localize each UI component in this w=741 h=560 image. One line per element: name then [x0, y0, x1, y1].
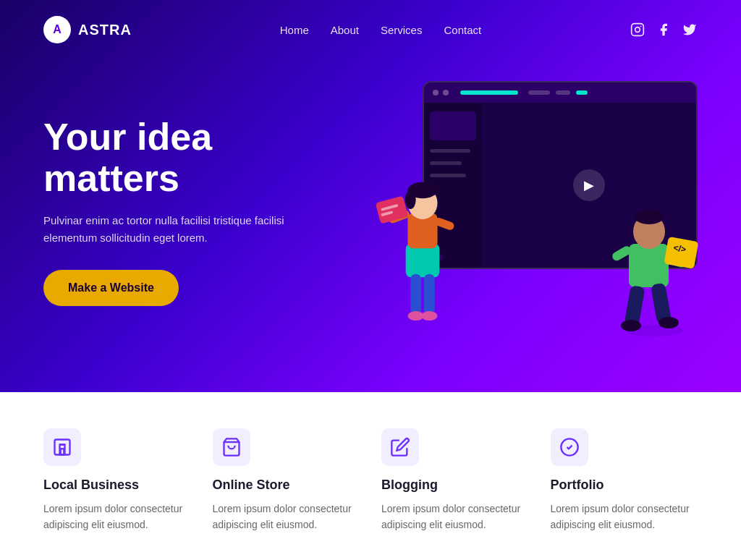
service-icon-edit-wrap — [381, 428, 419, 466]
browser-url-bar — [460, 90, 518, 95]
service-title-portfolio: Portfolio — [551, 478, 698, 493]
service-card-online-store: Online Store Lorem ipsum dolor consectet… — [213, 428, 360, 533]
svg-rect-4 — [406, 244, 440, 278]
character-woman — [365, 139, 480, 341]
nav-link-contact[interactable]: Contact — [444, 24, 481, 36]
browser-line-3 — [576, 90, 588, 95]
browser-nav-lines — [528, 90, 588, 95]
service-title-local-business: Local Business — [43, 478, 191, 493]
services-section: Local Business Lorem ipsum dolor consect… — [0, 392, 741, 560]
service-desc-portfolio: Lorem ipsum dolor consectetur adipiscing… — [551, 501, 698, 533]
social-icons — [630, 22, 698, 38]
svg-rect-11 — [376, 196, 409, 224]
service-title-online-store: Online Store — [213, 478, 360, 493]
hero-left: Your idea matters Pulvinar enim ac torto… — [43, 116, 336, 306]
svg-rect-30 — [55, 440, 70, 455]
instagram-icon[interactable] — [630, 22, 645, 38]
service-card-blogging: Blogging Lorem ipsum dolor consectetur a… — [381, 428, 529, 533]
service-desc-local-business: Lorem ipsum dolor consectetur adipiscing… — [43, 501, 191, 533]
svg-rect-31 — [61, 449, 64, 454]
svg-rect-14 — [410, 274, 421, 315]
service-card-portfolio: Portfolio Lorem ipsum dolor consectetur … — [551, 428, 698, 533]
browser-bar — [424, 82, 696, 103]
service-icon-bag-wrap — [213, 428, 250, 466]
building-icon — [52, 437, 72, 457]
svg-point-21 — [635, 210, 664, 224]
browser-dot-1 — [433, 90, 439, 96]
svg-rect-19 — [629, 244, 669, 287]
service-card-local-business: Local Business Lorem ipsum dolor consect… — [43, 428, 191, 533]
services-grid: Local Business Lorem ipsum dolor consect… — [43, 428, 698, 533]
browser-dot-2 — [443, 90, 449, 96]
twitter-icon[interactable] — [682, 22, 698, 38]
character-man: </> — [604, 175, 705, 341]
service-icon-check-wrap — [551, 428, 588, 466]
nav-link-about[interactable]: About — [331, 24, 359, 36]
service-desc-online-store: Lorem ipsum dolor consectetur adipiscing… — [213, 501, 360, 533]
edit-icon — [390, 437, 410, 457]
check-circle-icon — [559, 437, 580, 457]
svg-point-2 — [640, 26, 642, 27]
nav-links: Home About Services Contact — [280, 24, 481, 36]
hero-section: A ASTRA Home About Services Contact — [0, 0, 741, 392]
hero-title: Your idea matters — [43, 116, 336, 199]
hero-subtitle: Pulvinar enim ac tortor nulla facilisi t… — [43, 212, 289, 247]
facebook-icon[interactable] — [656, 22, 672, 38]
service-title-blogging: Blogging — [381, 478, 529, 493]
hero-content: Your idea matters Pulvinar enim ac torto… — [43, 74, 698, 349]
svg-text:</>: </> — [672, 242, 687, 255]
brand-name: ASTRA — [78, 22, 132, 38]
browser-line-2 — [556, 90, 570, 95]
cta-button[interactable]: Make a Website — [43, 270, 179, 306]
svg-point-1 — [635, 27, 640, 33]
nav-link-services[interactable]: Services — [381, 24, 423, 36]
svg-rect-15 — [424, 274, 435, 315]
nav-link-home[interactable]: Home — [280, 24, 309, 36]
sidebar-thumb — [430, 111, 476, 140]
svg-point-29 — [659, 317, 679, 328]
navbar: A ASTRA Home About Services Contact — [43, 0, 698, 59]
logo-icon: A — [43, 16, 71, 43]
browser-line-1 — [528, 90, 550, 95]
svg-point-8 — [405, 190, 416, 209]
service-icon-building-wrap — [43, 428, 81, 466]
svg-point-28 — [621, 320, 641, 331]
play-button[interactable]: ▶ — [573, 169, 605, 201]
svg-rect-0 — [632, 24, 644, 36]
svg-point-17 — [421, 311, 437, 321]
bag-icon — [221, 437, 242, 457]
service-desc-blogging: Lorem ipsum dolor consectetur adipiscing… — [381, 501, 529, 533]
logo-area: A ASTRA — [43, 16, 132, 43]
page-wrapper: A ASTRA Home About Services Contact — [0, 0, 741, 560]
hero-illustration: ▶ — [336, 74, 698, 349]
